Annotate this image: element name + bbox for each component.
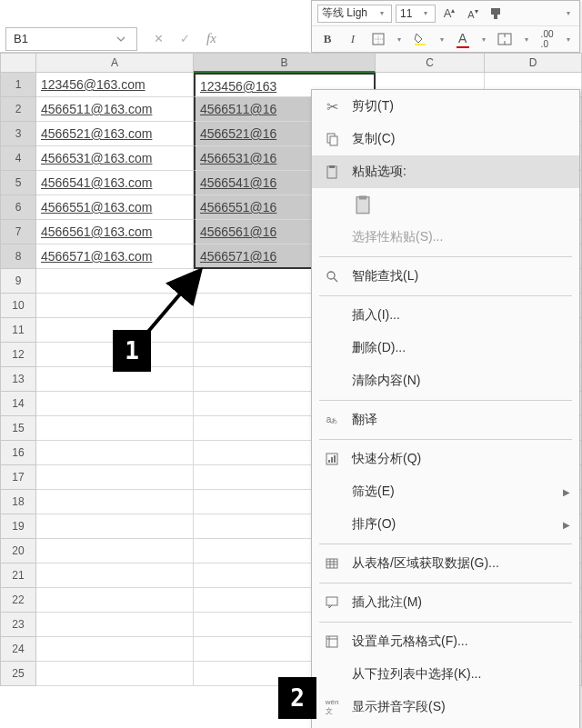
italic-button[interactable]: I [343,29,363,49]
cell[interactable]: 123456@163.com [36,73,194,97]
merge-button[interactable] [495,29,515,49]
fx-icon[interactable]: fx [206,31,216,46]
row-header[interactable]: 15 [0,416,36,441]
ctx-delete[interactable]: 删除(D)... [312,332,579,364]
font-size-select[interactable]: 11 ▾ [396,5,436,23]
cell[interactable] [36,662,194,686]
row-header[interactable]: 8 [0,244,36,269]
cell[interactable]: 4566551@163.com [36,195,194,220]
name-box[interactable]: B1 [5,27,137,51]
row-header[interactable]: 6 [0,195,36,220]
row-header[interactable]: 9 [0,269,36,294]
ctx-translate[interactable]: aあ 翻译 [312,404,579,436]
row-header[interactable]: 12 [0,343,36,367]
svg-rect-26 [326,597,337,605]
cell[interactable] [36,416,194,441]
column-header[interactable]: A [36,53,194,73]
cell[interactable] [36,539,194,563]
increase-font-button[interactable]: A▴ [439,4,459,24]
number-format-button[interactable]: .00.0 [537,29,557,49]
ctx-cut[interactable]: ✂ 剪切(T) [312,90,579,123]
cell[interactable]: 4566541@163.com [36,171,194,195]
chevron-down-icon[interactable]: ▾ [424,9,431,17]
cell[interactable] [36,490,194,514]
row-header[interactable]: 10 [0,294,36,318]
cell[interactable]: 4566561@163.com [36,220,194,244]
ctx-format-cells[interactable]: 设置单元格格式(F)... [312,625,579,658]
row-header[interactable]: 4 [0,146,36,171]
cell[interactable]: 4566531@163.com [36,146,194,171]
fill-color-button[interactable] [410,29,430,49]
chevron-down-icon[interactable]: ▾ [567,35,574,44]
row-header[interactable]: 18 [0,490,36,514]
row-header[interactable]: 7 [0,220,36,244]
ctx-define-name[interactable]: 定义名称(A) [312,723,579,728]
ctx-show-phonetic[interactable]: wén文 显示拼音字段(S) [312,691,579,723]
borders-button[interactable] [368,29,388,49]
row-header[interactable]: 1 [0,73,36,97]
row-header[interactable]: 22 [0,588,36,613]
row-header[interactable]: 14 [0,392,36,416]
font-color-button[interactable]: A [453,29,473,49]
separator [319,400,572,401]
ctx-copy[interactable]: 复制(C) [312,123,579,155]
ctx-paste-clipboard[interactable] [312,188,579,221]
ctx-insert[interactable]: 插入(I)... [312,299,579,332]
copy-icon [321,128,343,150]
row-header[interactable]: 24 [0,637,36,662]
row-header[interactable]: 20 [0,539,36,563]
ctx-filter[interactable]: 筛选(E) ▶ [312,475,579,508]
row-header[interactable]: 19 [0,514,36,539]
chevron-down-icon[interactable]: ▾ [380,9,387,17]
chevron-down-icon[interactable]: ▾ [482,35,489,44]
cell[interactable] [36,637,194,662]
chevron-down-icon[interactable]: ▾ [525,35,532,44]
row-header[interactable]: 2 [0,97,36,122]
select-all-corner[interactable] [0,53,36,73]
ctx-smart-lookup[interactable]: 智能查找(L) [312,260,579,293]
row-header[interactable]: 25 [0,662,36,686]
chevron-down-icon[interactable]: ▾ [567,9,574,17]
chevron-down-icon[interactable] [116,33,129,45]
cell[interactable] [36,465,194,490]
ctx-pick-from-list[interactable]: 从下拉列表中选择(K)... [312,658,579,691]
font-name-select[interactable]: 等线 Ligh ▾ [317,5,392,23]
ctx-clear[interactable]: 清除内容(N) [312,364,579,397]
row-header[interactable]: 16 [0,441,36,465]
row-header[interactable]: 13 [0,367,36,392]
cell[interactable] [36,613,194,637]
cell[interactable] [36,392,194,416]
cell[interactable]: 4566571@163.com [36,244,194,269]
phonetic-icon: wén文 [321,696,343,718]
separator [319,439,572,440]
ctx-sort[interactable]: 排序(O) ▶ [312,508,579,541]
cell[interactable] [36,294,194,318]
chevron-down-icon[interactable]: ▾ [440,35,447,44]
ctx-quick-analysis[interactable]: 快速分析(Q) [312,443,579,475]
row-header[interactable]: 17 [0,465,36,490]
cell[interactable] [36,441,194,465]
svg-line-16 [334,278,337,282]
column-header[interactable]: B [194,53,376,73]
cell[interactable]: 4566521@163.com [36,122,194,146]
cell[interactable] [36,269,194,294]
cell[interactable]: 4566511@163.com [36,97,194,122]
cell[interactable] [36,563,194,588]
cell[interactable] [36,588,194,613]
ctx-paste-options[interactable]: 粘贴选项: [312,155,579,188]
bold-button[interactable]: B [317,29,337,49]
ctx-paste-special[interactable]: 选择性粘贴(S)... [312,221,579,254]
column-header[interactable]: C [376,53,485,73]
format-painter-button[interactable] [487,4,507,24]
row-header[interactable]: 23 [0,613,36,637]
chevron-down-icon[interactable]: ▾ [397,35,405,44]
column-header[interactable]: D [485,53,582,73]
ctx-get-from-range[interactable]: 从表格/区域获取数据(G)... [312,547,579,580]
row-header[interactable]: 5 [0,171,36,195]
cell[interactable] [36,514,194,539]
ctx-insert-comment[interactable]: 插入批注(M) [312,586,579,619]
row-header[interactable]: 21 [0,563,36,588]
decrease-font-button[interactable]: A▾ [463,4,483,24]
row-header[interactable]: 3 [0,122,36,146]
row-header[interactable]: 11 [0,318,36,343]
